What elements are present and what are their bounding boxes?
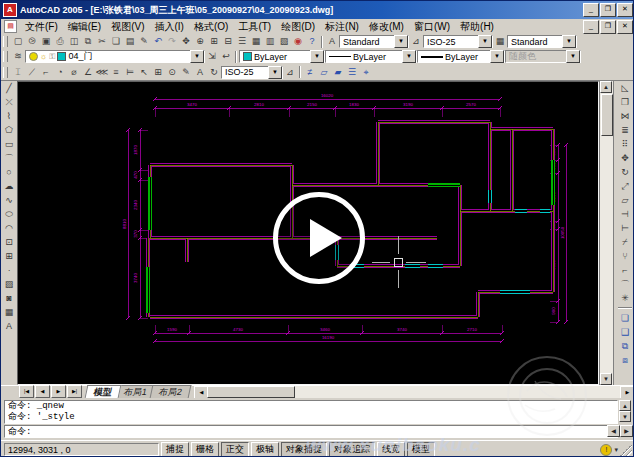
- chevron-down-icon[interactable]: ▼: [478, 35, 492, 48]
- publish-icon[interactable]: ⧉: [81, 35, 95, 48]
- chevron-down-icon[interactable]: ▼: [394, 35, 408, 48]
- pan-icon[interactable]: ✥: [179, 35, 193, 48]
- spline-icon[interactable]: ∿: [2, 193, 16, 207]
- vertical-scrollbar[interactable]: ▲ ▼: [599, 81, 613, 385]
- mass-properties-icon[interactable]: ▰: [331, 66, 345, 79]
- ellipse-arc-icon[interactable]: ◠: [2, 221, 16, 235]
- dim-ordinate-icon[interactable]: ⌐: [39, 66, 53, 79]
- model-toggle[interactable]: 模型: [407, 442, 435, 457]
- construction-line-icon[interactable]: ⤫: [2, 95, 16, 109]
- mtext-icon[interactable]: A: [2, 319, 16, 333]
- dim-style-icon[interactable]: ⊿: [283, 66, 297, 79]
- dim-style-toolbar-icon[interactable]: ⊿: [409, 35, 423, 48]
- zoom-realtime-icon[interactable]: ⊕: [193, 35, 207, 48]
- chevron-down-icon[interactable]: ▼: [402, 50, 416, 63]
- drawing-canvas[interactable]: 16020 3470 2810 2150 1830 3190 2570 1870…: [17, 81, 599, 385]
- lineweight-combo[interactable]: ByLayer ▼: [417, 50, 505, 63]
- area-icon[interactable]: ▱: [317, 66, 331, 79]
- resize-grip[interactable]: [620, 444, 632, 456]
- cut-icon[interactable]: ✂: [95, 35, 109, 48]
- chamfer-icon[interactable]: ⌐: [618, 263, 632, 277]
- break-at-point-icon[interactable]: ⌿: [618, 235, 632, 249]
- layer-manager-icon[interactable]: ≋: [11, 50, 25, 63]
- menu-draw[interactable]: 绘图(D): [276, 19, 320, 35]
- new-icon[interactable]: ▢: [11, 35, 25, 48]
- command-history[interactable]: 命令: _qnew命令: '_style: [4, 400, 618, 424]
- text-style-icon[interactable]: A: [325, 35, 339, 48]
- command-scrollbar[interactable]: ▲ ▼: [619, 400, 633, 424]
- make-block-icon[interactable]: ⊞: [2, 249, 16, 263]
- chevron-down-icon[interactable]: ▼: [562, 35, 576, 48]
- match-properties-icon[interactable]: ✎: [137, 35, 151, 48]
- dim-angular-icon[interactable]: ∠: [81, 66, 95, 79]
- dim-linear-icon[interactable]: ⌶: [11, 66, 25, 79]
- menu-view[interactable]: 视图(V): [106, 19, 149, 35]
- dim-quick-icon[interactable]: ⋘: [95, 66, 109, 79]
- plot-preview-icon[interactable]: ◫: [67, 35, 81, 48]
- tab-next-button[interactable]: ▶: [51, 385, 66, 398]
- linetype-combo[interactable]: ByLayer ▼: [325, 50, 417, 63]
- toolbar-grip[interactable]: [3, 36, 8, 47]
- restore-button[interactable]: ❐: [600, 3, 616, 17]
- layer-previous-icon[interactable]: ↩: [219, 50, 233, 63]
- help-icon[interactable]: ?: [305, 35, 319, 48]
- ortho-toggle[interactable]: 正交: [221, 442, 249, 457]
- array-icon[interactable]: ⠿: [618, 137, 632, 151]
- point-icon[interactable]: ∙: [2, 263, 16, 277]
- tray-arrow-icon[interactable]: ▾: [614, 446, 618, 454]
- arc-icon[interactable]: ⌒: [2, 151, 16, 165]
- mirror-icon[interactable]: ⋈: [618, 109, 632, 123]
- dim-continue-icon[interactable]: ⊨: [123, 66, 137, 79]
- tab-prev-button[interactable]: ◀: [35, 385, 50, 398]
- chevron-down-icon[interactable]: ▼: [310, 50, 324, 63]
- scroll-down-icon[interactable]: ▼: [619, 411, 631, 422]
- markup-icon[interactable]: ◉: [291, 35, 305, 48]
- scroll-up-icon[interactable]: ▲: [600, 81, 612, 93]
- dim-leader-icon[interactable]: ↖: [137, 66, 151, 79]
- line-icon[interactable]: ╱: [2, 81, 16, 95]
- trim-icon[interactable]: ⊣: [618, 207, 632, 221]
- table-style-icon[interactable]: ▦: [493, 35, 507, 48]
- menu-format[interactable]: 格式(O): [189, 19, 233, 35]
- properties-icon[interactable]: ☰: [235, 35, 249, 48]
- play-button[interactable]: [273, 192, 365, 284]
- horizontal-scroll-thumb[interactable]: [207, 386, 295, 398]
- dim-radius-icon[interactable]: ◔: [53, 66, 67, 79]
- snap-toggle[interactable]: 捕捉: [161, 442, 189, 457]
- plot-icon[interactable]: ⎙: [53, 35, 67, 48]
- scroll-up-icon[interactable]: ▲: [619, 400, 631, 411]
- dim-diameter-icon[interactable]: ⌀: [67, 66, 81, 79]
- list-icon[interactable]: ☰: [345, 66, 359, 79]
- circle-icon[interactable]: ○: [2, 165, 16, 179]
- scale-icon[interactable]: ⤢: [618, 179, 632, 193]
- send-under-icon[interactable]: ⧈: [618, 353, 632, 367]
- hatch-icon[interactable]: ▨: [2, 277, 16, 291]
- dim-tolerance-icon[interactable]: ⊞: [151, 66, 165, 79]
- break-icon[interactable]: ⑂: [618, 249, 632, 263]
- dim-center-mark-icon[interactable]: ⊙: [165, 66, 179, 79]
- doc-minimize-button[interactable]: _: [583, 20, 599, 34]
- polar-toggle[interactable]: 极轴: [251, 442, 279, 457]
- bring-above-icon[interactable]: ⧉: [618, 339, 632, 353]
- tab-first-button[interactable]: |◀: [19, 385, 34, 398]
- minimize-button[interactable]: _: [583, 3, 599, 17]
- menu-window[interactable]: 窗口(W): [409, 19, 455, 35]
- copy-clip-icon[interactable]: ❏: [109, 35, 123, 48]
- scroll-left-icon[interactable]: ◀: [607, 425, 620, 437]
- tool-palettes-icon[interactable]: ▥: [263, 35, 277, 48]
- locate-point-icon[interactable]: ⌖: [359, 66, 373, 79]
- toolbar-grip[interactable]: [3, 51, 8, 62]
- color-combo[interactable]: ByLayer ▼: [239, 50, 325, 63]
- send-to-back-icon[interactable]: ❑: [618, 325, 632, 339]
- rotate-icon[interactable]: ↻: [618, 165, 632, 179]
- bring-to-front-icon[interactable]: ❏: [618, 311, 632, 325]
- menu-edit[interactable]: 编辑(E): [63, 19, 106, 35]
- menu-modify[interactable]: 修改(M): [364, 19, 409, 35]
- dim-baseline-icon[interactable]: ≡: [109, 66, 123, 79]
- sheetset-manager-icon[interactable]: ▧: [277, 35, 291, 48]
- ellipse-icon[interactable]: ⬭: [2, 207, 16, 221]
- toolbar-grip[interactable]: [3, 67, 8, 78]
- dim-style-current-combo[interactable]: ISO-25 ▼: [221, 66, 283, 79]
- command-prompt[interactable]: 命令:: [4, 425, 618, 438]
- rectangle-icon[interactable]: ▭: [2, 137, 16, 151]
